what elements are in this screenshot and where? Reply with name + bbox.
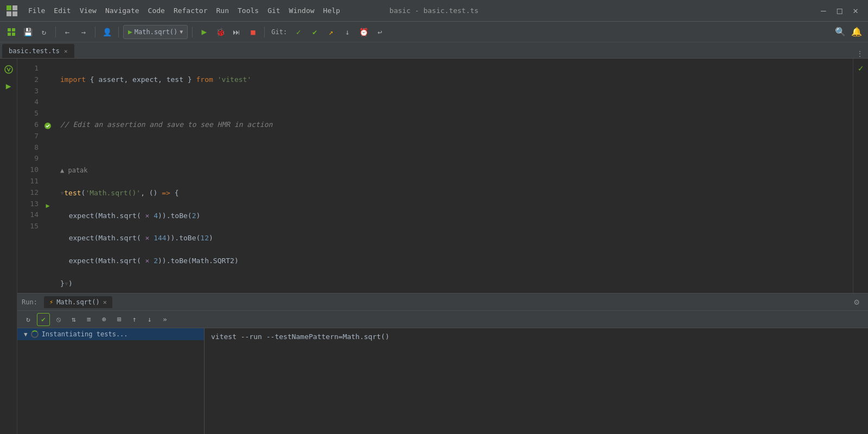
side-empty-1 [42, 63, 54, 74]
run-config-label: Math.sqrt() [135, 28, 177, 36]
menu-item-file[interactable]: File [24, 4, 49, 17]
tab-basic-test-ts[interactable]: basic.test.ts ✕ [2, 44, 74, 58]
left-gutter: ▶ [0, 59, 17, 434]
menu-item-run[interactable]: Run [212, 4, 233, 17]
filter-button[interactable]: ≡ [82, 313, 95, 326]
search-button[interactable]: 🔍 [833, 25, 847, 39]
back-button[interactable]: ← [60, 25, 74, 39]
maximize-button[interactable]: □ [834, 4, 846, 17]
user-button[interactable]: 👤 [100, 25, 114, 39]
run-config-icon: ▶ [128, 28, 132, 36]
center-button[interactable]: ⊕ [98, 313, 111, 326]
rerun-button[interactable]: ↻ [22, 313, 35, 326]
gutter-run-icon[interactable]: ▶ [2, 79, 15, 92]
side-empty-7 [42, 131, 54, 143]
git-history-button[interactable]: ⏰ [356, 25, 371, 39]
git-update-button[interactable]: ✓ [291, 25, 305, 39]
tree-expand-icon: ▼ [24, 331, 28, 338]
up-button[interactable]: ↑ [128, 313, 141, 326]
svg-rect-1 [12, 5, 17, 10]
menu-item-edit[interactable]: Edit [49, 4, 75, 17]
test-tree-panel: ▼ Instantiating tests... [17, 328, 205, 434]
expand-button[interactable]: ⊞ [113, 313, 126, 326]
close-button[interactable]: ✕ [850, 4, 861, 17]
side-empty-3 [42, 86, 54, 97]
git-push-button[interactable]: ↗ [324, 25, 338, 39]
step-over-button[interactable]: ⏭ [229, 25, 244, 39]
run-tab-icon: ⚡ [49, 298, 53, 306]
side-empty-9 [42, 154, 54, 165]
code-editor[interactable]: 1 2 3 4 5 6 7 8 9 10 11 12 13 14 15 [17, 59, 868, 293]
side-empty-11 [42, 177, 54, 188]
tree-item-instantiating[interactable]: ▼ Instantiating tests... [17, 328, 204, 340]
bottom-tab-bar: Run: ⚡ Math.sqrt() ✕ ⚙ [17, 293, 868, 311]
save-button[interactable]: 💾 [21, 25, 35, 39]
separator4 [192, 27, 193, 37]
right-gutter: ✓ [853, 59, 868, 293]
git-revert-button[interactable]: ↩ [373, 25, 387, 39]
menu-item-view[interactable]: View [75, 4, 101, 17]
sync-button[interactable]: ↻ [37, 25, 51, 39]
stop-button[interactable]: ■ [246, 25, 260, 39]
git-commit-button[interactable]: ✔ [308, 25, 322, 39]
run-config-dropdown-icon: ▼ [180, 29, 183, 35]
pass-filter-button[interactable]: ✔ [37, 313, 50, 326]
run-config-selector[interactable]: ▶ Math.sqrt() ▼ [123, 25, 188, 39]
svg-rect-0 [7, 5, 11, 10]
run-tab-math-sqrt[interactable]: ⚡ Math.sqrt() ✕ [44, 296, 112, 308]
bottom-settings-button[interactable]: ⚙ [854, 297, 859, 307]
menu-item-help[interactable]: Help [319, 4, 344, 17]
menu-item-tools[interactable]: Tools [233, 4, 263, 17]
svg-rect-4 [8, 28, 11, 31]
side-empty-14 [42, 211, 54, 222]
project-icon [4, 25, 18, 39]
separator3 [118, 27, 119, 37]
loading-spinner [31, 330, 39, 338]
command-output: vitest --run --testNamePattern=Math.sqrt… [211, 333, 390, 341]
menu-item-window[interactable]: Window [285, 4, 319, 17]
menu-item-code[interactable]: Code [144, 4, 169, 17]
menu-item-git[interactable]: Git [263, 4, 284, 17]
svg-rect-7 [12, 33, 15, 36]
test-run-button-1[interactable] [42, 120, 54, 131]
stop-filter-button[interactable]: ⦸ [52, 313, 65, 326]
debug-button[interactable]: 🐞 [213, 25, 227, 39]
tab-bar: basic.test.ts ✕ ⋮ [0, 42, 868, 59]
side-empty-4 [42, 97, 54, 108]
tab-close-button[interactable]: ✕ [64, 48, 68, 55]
tab-label: basic.test.ts [9, 47, 60, 55]
down-button[interactable]: ↓ [143, 313, 156, 326]
code-content[interactable]: import { assert, expect, test } from 'vi… [54, 59, 853, 293]
window-title: basic - basic.test.ts [390, 7, 478, 15]
git-pull-button[interactable]: ↓ [340, 25, 354, 39]
side-empty-5 [42, 108, 54, 120]
menu-item-navigate[interactable]: Navigate [101, 4, 144, 17]
svg-rect-2 [7, 11, 11, 16]
notifications-button[interactable]: 🔔 [850, 25, 864, 39]
menu-item-refactor[interactable]: Refactor [169, 4, 212, 17]
tree-item-label: Instantiating tests... [42, 330, 128, 338]
minimize-button[interactable]: — [818, 4, 829, 17]
side-empty-10 [42, 165, 54, 177]
more-button[interactable]: » [158, 313, 171, 326]
side-run-buttons: ▶ [42, 59, 54, 293]
editor-wrapper: 1 2 3 4 5 6 7 8 9 10 11 12 13 14 15 [17, 59, 868, 434]
output-panel: vitest --run --testNamePattern=Math.sqrt… [205, 328, 868, 434]
run-button[interactable]: ▶ [197, 25, 211, 39]
svg-point-8 [5, 66, 12, 73]
bottom-content: ▼ Instantiating tests... vitest --run --… [17, 328, 868, 434]
side-empty-8 [42, 143, 54, 154]
svg-rect-6 [8, 33, 11, 36]
title-bar: const pd = JSON.parse(document.getElemen… [0, 0, 868, 22]
run-tab-close-button[interactable]: ✕ [103, 298, 107, 306]
tab-options-button[interactable]: ⋮ [856, 49, 864, 58]
app-icon [2, 1, 22, 21]
git-label: Git: [271, 28, 287, 36]
sort-button[interactable]: ⇅ [67, 313, 80, 326]
bottom-panel: Run: ⚡ Math.sqrt() ✕ ⚙ ↻ ✔ ⦸ ⇅ ≡ ⊕ ⊞ ↑ ↓ [17, 293, 868, 434]
forward-button[interactable]: → [76, 25, 91, 39]
gutter-vitest-icon[interactable] [2, 63, 15, 76]
svg-rect-3 [12, 11, 17, 16]
svg-rect-5 [12, 28, 15, 31]
test-run-button-2[interactable]: ▶ [42, 200, 54, 211]
